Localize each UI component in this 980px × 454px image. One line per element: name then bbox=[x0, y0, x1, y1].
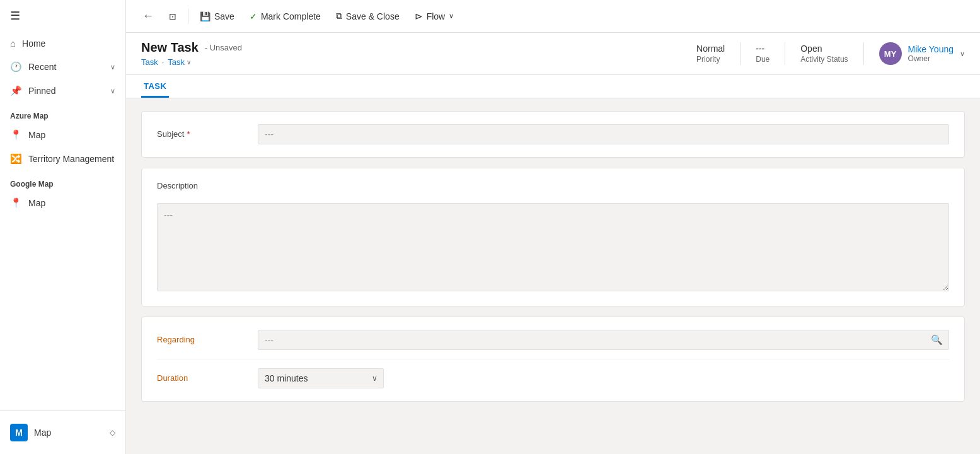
sidebar-bottom-arrow-icon: ◇ bbox=[110, 428, 115, 437]
save-button[interactable]: 💾 Save bbox=[193, 8, 241, 25]
sidebar-item-label: Home bbox=[22, 38, 45, 49]
record-title: New Task - Unsaved bbox=[141, 40, 242, 55]
sidebar-bottom-label: Map bbox=[34, 428, 51, 438]
map-pin-icon: 📍 bbox=[10, 197, 22, 209]
home-icon: ⌂ bbox=[10, 38, 16, 49]
sidebar-item-label: Pinned bbox=[28, 86, 56, 96]
sidebar: ☰ ⌂ Home 🕐 Recent ∨ 📌 Pinned ∨ Azure Map… bbox=[0, 0, 126, 454]
activity-status-value: Open bbox=[800, 44, 822, 54]
duration-select-wrap: 30 minutes 1 hour 2 hours Custom ∨ bbox=[258, 368, 384, 388]
toolbar: ← ⊡ 💾 Save ✓ Mark Complete ⧉ Save & Clos… bbox=[126, 0, 980, 33]
save-icon: 💾 bbox=[200, 11, 210, 21]
toolbar-divider bbox=[188, 9, 188, 24]
back-icon: ← bbox=[142, 9, 154, 23]
hamburger-menu[interactable]: ☰ bbox=[0, 0, 125, 32]
search-icon[interactable]: 🔍 bbox=[931, 334, 943, 346]
breadcrumb: Task · Task ∨ bbox=[141, 57, 242, 67]
description-field: Description --- bbox=[157, 181, 949, 293]
record-metadata: Normal Priority --- Due Open Activity St… bbox=[696, 42, 965, 65]
description-card: Description --- bbox=[141, 168, 965, 306]
subject-field: Subject * bbox=[157, 124, 949, 144]
priority-label: Priority bbox=[696, 55, 720, 64]
chevron-down-icon: ∨ bbox=[110, 63, 115, 71]
sidebar-item-recent[interactable]: 🕐 Recent ∨ bbox=[0, 55, 125, 79]
breadcrumb-child[interactable]: Task ∨ bbox=[168, 57, 191, 67]
regarding-input-wrap: 🔍 bbox=[258, 330, 949, 350]
mark-complete-label: Mark Complete bbox=[261, 11, 321, 21]
expand-icon: ⊡ bbox=[169, 11, 176, 21]
details-card: Regarding 🔍 Duration 30 minutes 1 hour 2… bbox=[141, 317, 965, 402]
back-button[interactable]: ← bbox=[136, 6, 160, 26]
header-divider-2 bbox=[785, 42, 785, 65]
sidebar-bottom-badge: M bbox=[10, 424, 28, 441]
breadcrumb-child-text: Task bbox=[168, 57, 185, 67]
flow-label: Flow bbox=[427, 11, 446, 21]
priority-field: Normal Priority bbox=[696, 44, 725, 64]
clock-icon: 🕐 bbox=[10, 61, 22, 73]
save-close-button[interactable]: ⧉ Save & Close bbox=[330, 7, 406, 25]
record-title-text: New Task bbox=[141, 40, 199, 55]
priority-value: Normal bbox=[696, 44, 725, 54]
content-header: New Task - Unsaved Task · Task ∨ Normal … bbox=[126, 33, 980, 75]
description-input[interactable]: --- bbox=[157, 203, 949, 291]
sidebar-item-pinned[interactable]: 📌 Pinned ∨ bbox=[0, 79, 125, 103]
breadcrumb-root[interactable]: Task bbox=[141, 57, 158, 67]
save-close-icon: ⧉ bbox=[336, 11, 342, 21]
map-pin-icon: 📍 bbox=[10, 129, 22, 141]
form-area: Subject * Description --- Regarding 🔍 bbox=[126, 98, 980, 454]
subject-card: Subject * bbox=[141, 111, 965, 158]
duration-select[interactable]: 30 minutes 1 hour 2 hours Custom bbox=[258, 368, 384, 388]
required-indicator: * bbox=[187, 129, 190, 139]
sidebar-bottom-item[interactable]: M Map ◇ bbox=[0, 417, 125, 448]
sidebar-bottom: M Map ◇ bbox=[0, 410, 125, 454]
flow-chevron-icon: ∨ bbox=[449, 12, 454, 20]
main-content: ← ⊡ 💾 Save ✓ Mark Complete ⧉ Save & Clos… bbox=[126, 0, 980, 454]
save-close-label: Save & Close bbox=[346, 11, 400, 21]
chevron-down-icon: ∨ bbox=[110, 87, 115, 95]
regarding-input[interactable] bbox=[258, 330, 949, 350]
owner-section[interactable]: MY Mike Young Owner ∨ bbox=[879, 42, 965, 65]
expand-button[interactable]: ⊡ bbox=[163, 8, 183, 25]
sidebar-item-territory-management[interactable]: 🔀 Territory Management bbox=[0, 147, 125, 171]
pin-icon: 📌 bbox=[10, 85, 22, 96]
record-info: New Task - Unsaved Task · Task ∨ bbox=[141, 40, 242, 67]
subject-input[interactable] bbox=[258, 124, 949, 144]
sidebar-item-google-map[interactable]: 📍 Map bbox=[0, 191, 125, 215]
duration-field: Duration 30 minutes 1 hour 2 hours Custo… bbox=[157, 368, 949, 388]
sidebar-group-google-map: Google Map bbox=[0, 171, 125, 191]
mark-complete-button[interactable]: ✓ Mark Complete bbox=[243, 8, 327, 25]
due-field: --- Due bbox=[756, 44, 770, 64]
breadcrumb-separator: · bbox=[162, 57, 164, 67]
regarding-field: Regarding 🔍 bbox=[157, 330, 949, 350]
territory-icon: 🔀 bbox=[10, 153, 22, 165]
activity-status-label: Activity Status bbox=[800, 55, 848, 64]
flow-icon: ⊳ bbox=[415, 11, 423, 22]
sidebar-item-label: Map bbox=[28, 130, 45, 140]
checkmark-icon: ✓ bbox=[250, 11, 257, 21]
form-separator bbox=[157, 359, 949, 359]
header-divider bbox=[740, 42, 741, 65]
activity-status-field: Open Activity Status bbox=[800, 44, 848, 64]
unsaved-badge: - Unsaved bbox=[205, 43, 242, 52]
owner-info: Mike Young Owner bbox=[908, 44, 954, 63]
sidebar-item-azure-map[interactable]: 📍 Map bbox=[0, 123, 125, 147]
sidebar-item-label: Territory Management bbox=[28, 154, 114, 164]
avatar: MY bbox=[879, 42, 902, 65]
breadcrumb-root-text: Task bbox=[141, 57, 158, 67]
subject-label: Subject * bbox=[157, 124, 258, 139]
owner-name: Mike Young bbox=[908, 44, 954, 54]
save-label: Save bbox=[214, 11, 234, 21]
owner-chevron-icon: ∨ bbox=[960, 50, 965, 58]
tab-task[interactable]: TASK bbox=[141, 75, 169, 98]
sidebar-item-home[interactable]: ⌂ Home bbox=[0, 32, 125, 55]
description-label: Description bbox=[157, 181, 258, 197]
sidebar-group-azure-map: Azure Map bbox=[0, 103, 125, 123]
header-divider-3 bbox=[863, 42, 864, 65]
due-label: Due bbox=[756, 55, 770, 64]
owner-label: Owner bbox=[908, 54, 954, 63]
due-value: --- bbox=[756, 44, 764, 54]
breadcrumb-chevron-icon: ∨ bbox=[187, 59, 191, 66]
flow-button[interactable]: ⊳ Flow ∨ bbox=[408, 7, 461, 26]
duration-label: Duration bbox=[157, 368, 258, 383]
sidebar-item-label: Map bbox=[28, 198, 45, 208]
